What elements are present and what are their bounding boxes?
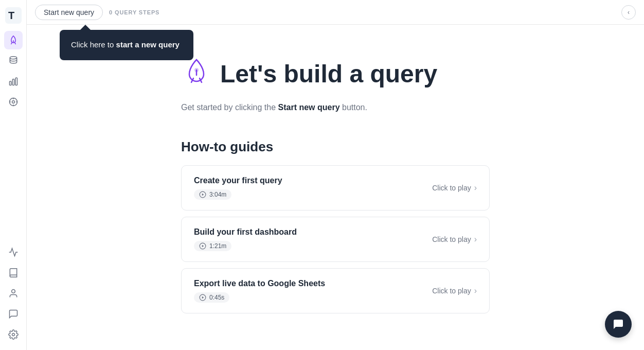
guide-card[interactable]: Export live data to Google Sheets 0:45s … bbox=[181, 268, 490, 313]
explore-icon bbox=[8, 97, 19, 107]
svg-point-10 bbox=[194, 68, 199, 72]
hero-subtitle-prefix: Get started by clicking the bbox=[181, 103, 278, 112]
tooltip-arrow bbox=[80, 25, 91, 30]
hero-subtitle-bold: Start new query bbox=[278, 103, 340, 112]
tooltip-container: Click here to start a new query bbox=[60, 25, 193, 60]
logo-icon: T bbox=[5, 7, 22, 24]
settings-icon bbox=[8, 329, 19, 340]
svg-point-9 bbox=[12, 334, 14, 336]
feedback-icon bbox=[8, 309, 19, 319]
tooltip-box: Click here to start a new query bbox=[60, 30, 193, 60]
guides-section-title: How-to guides bbox=[181, 139, 490, 155]
guide-card[interactable]: Create your first query 3:04m Click to p… bbox=[181, 165, 490, 211]
hero-title: Let's build a query bbox=[220, 61, 437, 88]
guide-cards-container: Create your first query 3:04m Click to p… bbox=[181, 165, 490, 313]
guide-card-left: Export live data to Google Sheets 0:45s bbox=[194, 279, 325, 303]
chevron-right-icon: › bbox=[474, 235, 477, 244]
guide-card-left: Build your first dashboard 1:21m bbox=[194, 227, 297, 251]
tooltip-text-bold: start a new query bbox=[116, 40, 180, 49]
svg-text:T: T bbox=[8, 10, 14, 21]
guide-duration-badge: 0:45s bbox=[194, 292, 229, 303]
topbar: Start new query 0 QUERY STEPS ‹ Click he… bbox=[27, 0, 644, 25]
sidebar-item-profile[interactable] bbox=[4, 284, 23, 303]
svg-rect-4 bbox=[12, 79, 14, 85]
sidebar-item-query-builder[interactable] bbox=[4, 31, 23, 49]
chart-icon bbox=[8, 76, 19, 86]
svg-marker-16 bbox=[202, 296, 204, 299]
user-icon bbox=[8, 288, 19, 299]
chat-icon bbox=[612, 318, 624, 330]
svg-marker-12 bbox=[202, 193, 204, 196]
content-area: Let's build a query Get started by click… bbox=[27, 25, 644, 350]
guide-play-button[interactable]: Click to play › bbox=[432, 286, 477, 295]
query-steps-count: 0 QUERY STEPS bbox=[109, 9, 159, 15]
guide-play-button[interactable]: Click to play › bbox=[432, 183, 477, 192]
chevron-right-icon: › bbox=[474, 286, 477, 295]
hero-subtitle: Get started by clicking the Start new qu… bbox=[181, 101, 367, 114]
main-content: Start new query 0 QUERY STEPS ‹ Click he… bbox=[27, 0, 644, 350]
sidebar: T bbox=[0, 0, 27, 350]
sidebar-item-feedback[interactable] bbox=[4, 305, 23, 323]
guide-card-left: Create your first query 3:04m bbox=[194, 176, 282, 200]
svg-point-8 bbox=[11, 290, 15, 293]
play-circle-icon bbox=[199, 294, 206, 301]
play-circle-icon bbox=[199, 191, 206, 198]
tooltip-text-prefix: Click here to bbox=[71, 40, 116, 49]
svg-rect-5 bbox=[15, 78, 17, 85]
guide-duration-text: 1:21m bbox=[209, 242, 226, 250]
collapse-panel-button[interactable]: ‹ bbox=[621, 5, 636, 20]
rocket-nav-icon bbox=[8, 35, 19, 45]
guide-card-title: Create your first query bbox=[194, 176, 282, 185]
sidebar-item-activity[interactable] bbox=[4, 243, 23, 261]
book-icon bbox=[8, 268, 19, 278]
guide-card-title: Export live data to Google Sheets bbox=[194, 279, 325, 288]
guide-duration-badge: 1:21m bbox=[194, 241, 231, 251]
database-icon bbox=[8, 56, 19, 66]
sidebar-item-explore[interactable] bbox=[4, 93, 23, 111]
svg-marker-14 bbox=[202, 244, 204, 247]
start-new-query-button[interactable]: Start new query bbox=[35, 5, 103, 20]
guides-section: How-to guides Create your first query 3:… bbox=[181, 139, 490, 320]
guide-play-label: Click to play bbox=[432, 235, 471, 243]
play-circle-icon bbox=[199, 242, 206, 250]
sidebar-item-settings[interactable] bbox=[4, 325, 23, 344]
guide-duration-badge: 3:04m bbox=[194, 189, 231, 200]
guide-card-title: Build your first dashboard bbox=[194, 227, 297, 237]
sidebar-item-database[interactable] bbox=[4, 51, 23, 70]
guide-duration-text: 3:04m bbox=[209, 191, 226, 198]
svg-rect-3 bbox=[9, 81, 11, 85]
svg-point-7 bbox=[12, 101, 14, 103]
hero-subtitle-suffix: button. bbox=[340, 103, 367, 112]
chevron-left-icon: ‹ bbox=[628, 9, 630, 16]
hero-title-row: Let's build a query bbox=[181, 56, 437, 93]
app-logo[interactable]: T bbox=[4, 6, 23, 25]
sidebar-bottom bbox=[4, 243, 23, 344]
guide-card[interactable]: Build your first dashboard 1:21m Click t… bbox=[181, 217, 490, 262]
sidebar-item-charts[interactable] bbox=[4, 72, 23, 91]
chat-button[interactable] bbox=[605, 311, 632, 338]
guide-play-label: Click to play bbox=[432, 287, 471, 295]
hero-section: Let's build a query Get started by click… bbox=[181, 56, 490, 139]
chevron-right-icon: › bbox=[474, 183, 477, 192]
guide-duration-text: 0:45s bbox=[209, 294, 224, 301]
activity-icon bbox=[8, 247, 19, 257]
guide-play-button[interactable]: Click to play › bbox=[432, 235, 477, 244]
guide-play-label: Click to play bbox=[432, 184, 471, 192]
svg-point-2 bbox=[10, 57, 16, 59]
rocket-icon bbox=[181, 56, 212, 93]
sidebar-item-docs[interactable] bbox=[4, 264, 23, 282]
